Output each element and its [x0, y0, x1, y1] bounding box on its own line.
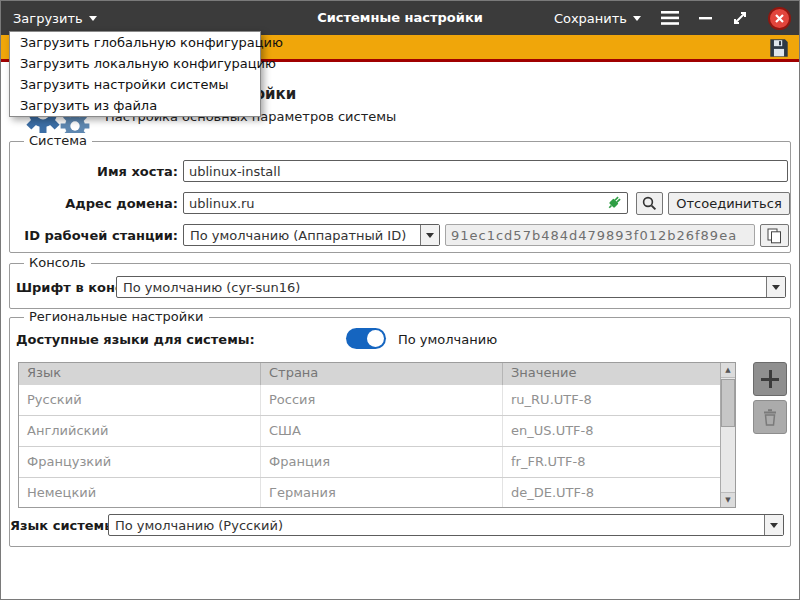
table-row[interactable]: Немецкий Германия de_DE.UTF-8 [19, 478, 735, 508]
chevron-down-icon [764, 515, 783, 535]
menu-item-load-system-settings[interactable]: Загрузить настройки системы [10, 74, 260, 95]
station-id-combobox-value: По умолчанию (Аппаратный ID) [184, 228, 420, 243]
regional-group-legend: Региональные настройки [24, 309, 209, 324]
minimize-button[interactable] [699, 16, 712, 20]
delete-language-button[interactable] [753, 400, 787, 434]
available-languages-label: Доступные языки для системы: [16, 332, 255, 347]
close-button[interactable] [768, 7, 791, 30]
cell-language: Французкий [19, 447, 261, 477]
cell-country: Германия [261, 478, 503, 508]
console-font-combobox[interactable]: По умолчанию (cyr-sun16) [116, 276, 786, 298]
cell-value: fr_FR.UTF-8 [503, 447, 735, 477]
cell-country: Россия [261, 385, 503, 415]
domain-label: Адрес домена: [10, 196, 178, 211]
system-language-label: Язык системы: [10, 518, 102, 533]
station-id-combobox[interactable]: По умолчанию (Аппаратный ID) [183, 224, 440, 246]
table-row[interactable]: Французкий Франция fr_FR.UTF-8 [19, 447, 735, 478]
magnifier-icon [642, 196, 657, 211]
floppy-save-icon [768, 37, 790, 59]
regional-group: Региональные настройки Доступные языки д… [9, 317, 791, 547]
titlebar-controls: Сохранить [554, 1, 791, 35]
system-settings-window: Загрузить Системные настройки Сохранить [0, 0, 800, 600]
cell-country: Франция [261, 447, 503, 477]
chevron-down-icon [633, 16, 641, 21]
copy-icon [767, 228, 782, 244]
save-menu-label: Сохранить [554, 11, 627, 26]
plus-icon [761, 370, 779, 388]
column-header-country[interactable]: Страна [261, 363, 503, 385]
domain-search-button[interactable] [636, 192, 663, 215]
console-group: Консоль Шрифт в консоли: По умолчанию (c… [9, 263, 791, 309]
station-id-label: ID рабочей станции: [10, 228, 178, 243]
load-dropdown-menu: Загрузить глобальную конфигурацию Загруз… [9, 31, 261, 117]
cell-value: en_US.UTF-8 [503, 416, 735, 446]
hamburger-icon [661, 11, 679, 25]
menu-item-load-local-config[interactable]: Загрузить локальную конфигурацию [10, 53, 260, 74]
save-menu-button[interactable]: Сохранить [554, 1, 641, 35]
station-id-value-field [445, 224, 755, 246]
chevron-down-icon [766, 277, 785, 297]
cell-value: ru_RU.UTF-8 [503, 385, 735, 415]
table-row[interactable]: Русский Россия ru_RU.UTF-8 [19, 385, 735, 416]
console-font-combobox-value: По умолчанию (cyr-sun16) [117, 280, 766, 295]
hostname-label: Имя хоста: [10, 164, 178, 179]
toggle-state-label: По умолчанию [398, 332, 497, 347]
copy-id-button[interactable] [760, 224, 789, 247]
scroll-down-arrow[interactable]: ▼ [721, 492, 735, 507]
cell-country: США [261, 416, 503, 446]
table-header-row: Язык Страна Значение [19, 363, 735, 385]
system-group: Система Имя хоста: Адрес домена: Отсоеди… [9, 141, 791, 253]
cell-language: Русский [19, 385, 261, 415]
connected-plug-icon [606, 194, 623, 215]
minimize-icon [699, 16, 712, 20]
system-language-combobox-value: По умолчанию (Русский) [109, 518, 764, 533]
menu-item-load-global-config[interactable]: Загрузить глобальную конфигурацию [10, 32, 260, 53]
languages-table[interactable]: Язык Страна Значение Русский Россия ru_R… [18, 362, 736, 508]
expand-icon [732, 10, 748, 26]
column-header-value[interactable]: Значение [503, 363, 735, 385]
cell-value: de_DE.UTF-8 [503, 478, 735, 508]
disconnect-button[interactable]: Отсоединиться [668, 192, 790, 215]
table-scrollbar[interactable]: ▲ ▼ [720, 363, 735, 507]
chevron-down-icon [420, 225, 439, 245]
column-header-language[interactable]: Язык [19, 363, 261, 385]
cell-language: Немецкий [19, 478, 261, 508]
add-language-button[interactable] [753, 362, 787, 396]
scrollbar-thumb[interactable] [721, 379, 735, 427]
titlebar: Загрузить Системные настройки Сохранить [1, 1, 799, 35]
close-icon [774, 13, 785, 24]
save-toolbar-button[interactable] [767, 37, 791, 59]
cell-language: Английский [19, 416, 261, 446]
scroll-up-arrow[interactable]: ▲ [721, 363, 735, 378]
menu-item-load-from-file[interactable]: Загрузить из файла [10, 95, 260, 116]
hamburger-menu-button[interactable] [661, 11, 679, 25]
system-group-legend: Система [24, 133, 92, 148]
toggle-knob [367, 330, 384, 347]
table-row[interactable]: Английский США en_US.UTF-8 [19, 416, 735, 447]
trash-icon [762, 408, 778, 426]
languages-default-toggle[interactable] [346, 328, 386, 349]
console-group-legend: Консоль [24, 255, 91, 270]
system-language-combobox[interactable]: По умолчанию (Русский) [108, 514, 784, 536]
hostname-input[interactable] [183, 160, 788, 182]
maximize-button[interactable] [732, 10, 748, 26]
domain-input[interactable] [183, 192, 628, 214]
